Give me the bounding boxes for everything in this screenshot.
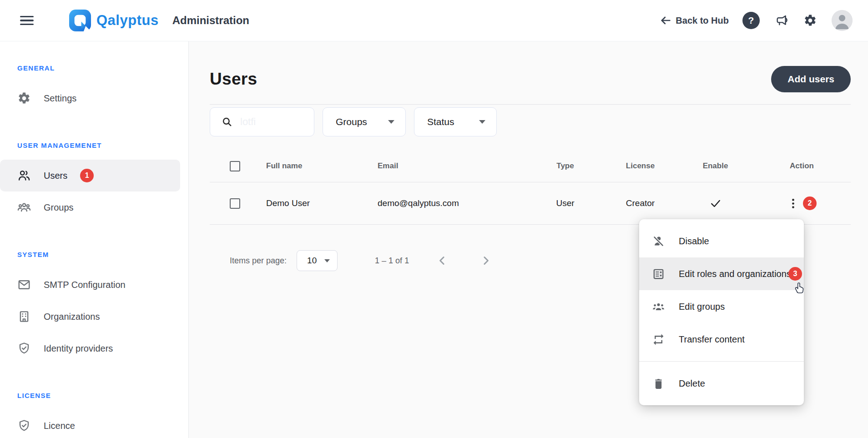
cursor-pointer-icon <box>791 279 807 295</box>
table-header: Full name Email Type License Enable Acti… <box>210 150 851 182</box>
back-to-hub-link[interactable]: Back to Hub <box>659 14 729 27</box>
next-page-icon[interactable] <box>479 254 493 267</box>
sidebar-item-smtp-configuration[interactable]: SMTP Configuration <box>0 269 188 301</box>
shield-check-icon <box>17 342 31 355</box>
sidebar-item-identity-providers[interactable]: Identity providers <box>0 332 188 364</box>
enabled-check-icon <box>709 197 722 210</box>
column-license: License <box>603 161 678 171</box>
megaphone-icon <box>774 13 789 28</box>
menu-item-disable[interactable]: Disable <box>639 225 804 257</box>
column-action: Action <box>753 161 851 171</box>
column-full-name: Full name <box>266 161 378 171</box>
menu-item-transfer-content[interactable]: Transfer content <box>639 323 804 356</box>
items-per-page-select[interactable]: 10 <box>297 250 338 271</box>
row-checkbox[interactable] <box>230 198 240 209</box>
chevron-down-icon <box>388 120 394 124</box>
gear-outline-icon <box>17 91 31 105</box>
top-header: Qalyptus Administration Back to Hub ? <box>0 0 868 41</box>
sidebar-item-settings[interactable]: Settings <box>0 82 188 114</box>
transfer-icon <box>652 333 665 346</box>
sidebar-item-organizations[interactable]: Organizations <box>0 301 188 332</box>
row-actions-menu-button[interactable] <box>787 197 799 210</box>
gear-icon <box>803 14 817 27</box>
chevron-down-icon <box>324 259 330 262</box>
avatar-silhouette-icon <box>832 10 853 31</box>
cell-type: User <box>528 198 603 208</box>
envelope-icon <box>17 278 31 292</box>
cell-license: Creator <box>603 198 678 208</box>
announcements-button[interactable] <box>774 13 789 28</box>
table-row: Demo User demo@qalyptus.com User Creator… <box>210 182 851 225</box>
users-badge: 1 <box>80 169 94 182</box>
edit-groups-icon <box>652 300 665 313</box>
menu-item-edit-groups[interactable]: Edit groups <box>639 290 804 323</box>
pagination-range: 1 – 1 of 1 <box>375 256 409 266</box>
cell-full-name: Demo User <box>266 198 378 208</box>
search-box[interactable] <box>210 107 314 136</box>
cell-email: demo@qalyptus.com <box>378 198 528 208</box>
edit-roles-badge: 3 <box>788 267 802 281</box>
help-icon[interactable]: ? <box>742 12 760 29</box>
title-divider <box>210 104 851 105</box>
column-enable: Enable <box>678 161 753 171</box>
menu-icon[interactable] <box>20 16 34 25</box>
select-all-checkbox[interactable] <box>230 161 240 171</box>
groups-icon <box>17 201 31 214</box>
person-off-icon <box>652 235 665 248</box>
menu-item-delete[interactable]: Delete <box>639 367 804 400</box>
app-name: Qalyptus <box>96 12 159 29</box>
trash-icon <box>652 377 665 390</box>
sidebar: GENERAL Settings USER MANAGEMENET Users … <box>0 41 189 438</box>
search-icon <box>221 116 233 128</box>
user-avatar[interactable] <box>832 10 853 31</box>
sidebar-section-general: GENERAL <box>0 64 188 73</box>
roles-organizations-icon <box>652 267 665 281</box>
settings-button[interactable] <box>803 14 817 27</box>
previous-page-icon[interactable] <box>435 254 449 267</box>
action-badge: 2 <box>803 196 817 210</box>
menu-divider <box>639 361 804 362</box>
row-actions-context-menu: Disable Edit roles and organizations 3 <box>639 219 804 405</box>
sidebar-section-user-management: USER MANAGEMENET <box>0 141 188 151</box>
sidebar-item-users[interactable]: Users 1 <box>0 160 180 191</box>
search-input[interactable] <box>240 116 299 128</box>
app-window: Qalyptus Administration Back to Hub ? <box>0 0 868 438</box>
column-email: Email <box>378 161 528 171</box>
menu-item-edit-roles-and-organizations[interactable]: Edit roles and organizations 3 <box>639 257 804 290</box>
admin-page-title: Administration <box>172 14 249 27</box>
sidebar-section-license: LICENSE <box>0 392 188 401</box>
qalyptus-logo-icon <box>68 9 92 32</box>
items-per-page-label: Items per page: <box>230 256 287 266</box>
column-type: Type <box>528 161 603 171</box>
sidebar-item-licence[interactable]: Licence <box>0 410 188 438</box>
building-icon <box>17 310 31 323</box>
sidebar-item-groups[interactable]: Groups <box>0 191 188 223</box>
add-users-button[interactable]: Add users <box>771 66 851 92</box>
sidebar-section-system: SYSTEM <box>0 251 188 260</box>
page-title: Users <box>210 70 257 89</box>
status-filter-dropdown[interactable]: Status <box>414 107 497 136</box>
users-icon <box>17 169 31 182</box>
back-arrow-icon <box>659 14 672 27</box>
chevron-down-icon <box>479 120 485 124</box>
kebab-menu-icon <box>787 197 799 210</box>
shield-check-icon <box>17 419 31 433</box>
groups-filter-dropdown[interactable]: Groups <box>323 107 406 136</box>
